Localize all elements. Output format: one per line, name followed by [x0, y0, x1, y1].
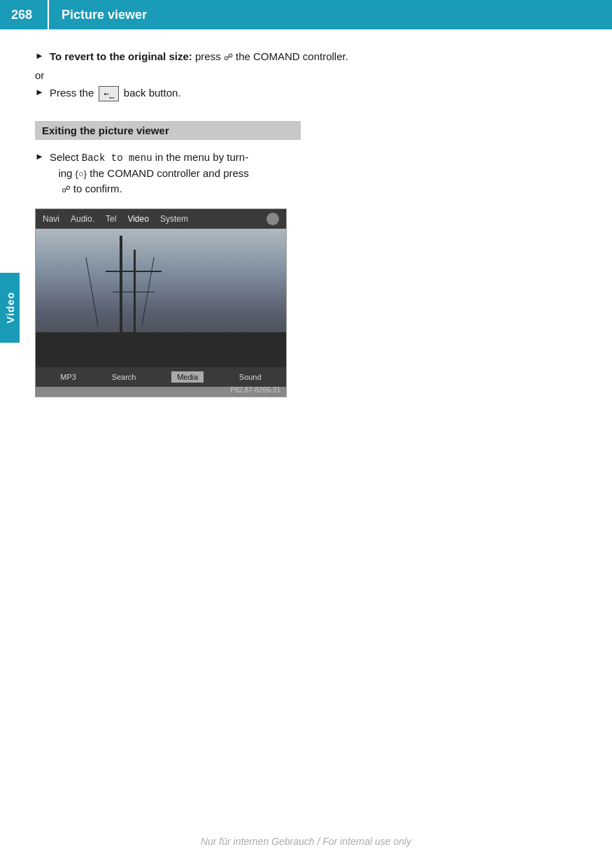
exit-text1: Select [50, 151, 82, 163]
bullet-arrow-1: ► [35, 50, 44, 61]
bullet-text-exit: Select Back to menu in the menu by turn-… [50, 150, 249, 197]
page-header: 268 Picture viewer [0, 0, 612, 29]
bottom-sound: Sound [239, 373, 262, 381]
comand-ref: P82.87-8266-31 [230, 386, 280, 394]
exit-text3: the COMAND controller and press [90, 167, 249, 179]
back-text1: Press the [50, 87, 94, 99]
back-button-icon: ←⎯ [99, 86, 118, 101]
ground-area [36, 332, 286, 367]
bottom-mp3: MP3 [60, 373, 76, 381]
exit-menu-text: Back to menu [82, 152, 152, 164]
back-text2: back button. [124, 87, 181, 99]
comand-image [36, 229, 286, 367]
nav-navi: Navi [43, 214, 59, 224]
comand-top-bar: Navi Audio. Tel Video System [36, 209, 286, 229]
nav-video: Video [127, 214, 148, 224]
comand-screen: Navi Audio. Tel Video System [36, 209, 286, 397]
bullet-text-revert: To revert to the original size: press ☍ … [50, 49, 348, 65]
bullet-text-back: Press the ←⎯ back button. [50, 85, 181, 101]
bullet-item-back: ► Press the ←⎯ back button. [35, 85, 584, 101]
revert-text2: the COMAND controller. [236, 50, 348, 62]
main-content: ► To revert to the original size: press … [0, 29, 612, 417]
nav-system: System [160, 214, 188, 224]
nav-audio: Audio. [71, 214, 94, 224]
bullet-item-exit: ► Select Back to menu in the menu by tur… [35, 150, 584, 197]
ctrl-icon-2: {○} [76, 167, 87, 181]
section-heading-exit: Exiting the picture viewer [35, 121, 301, 140]
nav-tel: Tel [106, 214, 116, 224]
ctrl-icon-3: ☍ [62, 183, 71, 197]
footer-text: Nur für internen Gebrauch / For internal… [0, 836, 612, 847]
bullet-arrow-2: ► [35, 87, 44, 97]
sidebar-label: Video [4, 292, 16, 324]
bottom-media: Media [171, 371, 204, 383]
rigging-1 [85, 257, 98, 326]
bottom-search: Search [112, 373, 136, 381]
page-title: Picture viewer [49, 8, 159, 22]
sidebar-tab: Video [0, 273, 20, 343]
revert-label: To revert to the original size: [50, 50, 192, 62]
revert-text1: press [195, 50, 224, 62]
comand-top-right-btn [266, 213, 279, 225]
ctrl-icon-1: ☍ [224, 50, 233, 64]
exit-text5: to confirm. [73, 183, 122, 194]
comand-bottom-bar: MP3 Search Media Sound [36, 367, 286, 387]
or-text: or [35, 69, 584, 81]
bullet-item-revert: ► To revert to the original size: press … [35, 49, 584, 65]
exit-text4 [50, 183, 59, 194]
comand-screenshot: Navi Audio. Tel Video System [35, 208, 287, 397]
page-number: 268 [0, 0, 49, 29]
yard-1 [106, 271, 162, 272]
bullet-arrow-3: ► [35, 151, 44, 162]
comand-nav-items: Navi Audio. Tel Video System [43, 214, 188, 224]
